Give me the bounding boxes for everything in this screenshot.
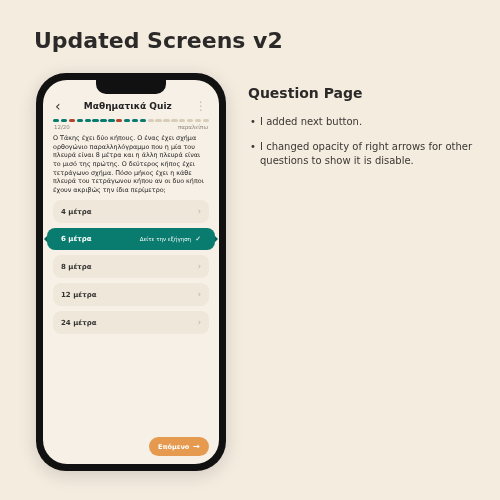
chevron-right-icon: ›: [198, 207, 201, 216]
check-icon: ✓: [195, 235, 201, 243]
page-title: Updated Screens v2: [0, 0, 500, 53]
bullet-item: I added next button.: [248, 115, 478, 130]
phone-mockup: ‹ Μαθηματικά Quiz ⋮ 12/20 παραλείπω Ο Τά…: [36, 73, 226, 471]
option-label: 6 μέτρα: [61, 235, 92, 243]
options-list: 4 μέτρα › 6 μέτρα Δείτε την εξήγηση ✓ 8 …: [53, 200, 209, 431]
option-label: 24 μέτρα: [61, 319, 97, 327]
quiz-screen: ‹ Μαθηματικά Quiz ⋮ 12/20 παραλείπω Ο Τά…: [43, 80, 219, 464]
option-1[interactable]: 4 μέτρα ›: [53, 200, 209, 223]
option-label: 12 μέτρα: [61, 291, 97, 299]
progress-bar: [53, 119, 209, 122]
arrow-right-icon: →: [193, 442, 200, 451]
question-text: Ο Τάκης έχει δύο κήπους. Ο ένας έχει σχή…: [53, 134, 209, 194]
next-button[interactable]: Επόμενο →: [149, 437, 209, 456]
annotations: Question Page I added next button. I cha…: [248, 73, 478, 471]
chevron-right-icon: ›: [198, 290, 201, 299]
question-counter: 12/20: [54, 124, 70, 130]
explain-link[interactable]: Δείτε την εξήγηση: [140, 236, 192, 242]
menu-icon[interactable]: ⋮: [195, 99, 207, 113]
phone-notch: [96, 80, 166, 94]
chevron-right-icon: ›: [198, 318, 201, 327]
quiz-title: Μαθηματικά Quiz: [84, 101, 172, 111]
back-icon[interactable]: ‹: [55, 98, 61, 114]
option-4[interactable]: 12 μέτρα ›: [53, 283, 209, 306]
skip-link[interactable]: παραλείπω: [178, 124, 208, 130]
bullet-item: I changed opacity of right arrows for ot…: [248, 140, 478, 169]
next-label: Επόμενο: [158, 443, 189, 451]
option-label: 4 μέτρα: [61, 208, 92, 216]
option-5[interactable]: 24 μέτρα ›: [53, 311, 209, 334]
section-title: Question Page: [248, 85, 478, 101]
option-3[interactable]: 8 μέτρα ›: [53, 255, 209, 278]
option-2-selected[interactable]: 6 μέτρα Δείτε την εξήγηση ✓: [47, 228, 215, 250]
chevron-right-icon: ›: [198, 262, 201, 271]
option-label: 8 μέτρα: [61, 263, 92, 271]
